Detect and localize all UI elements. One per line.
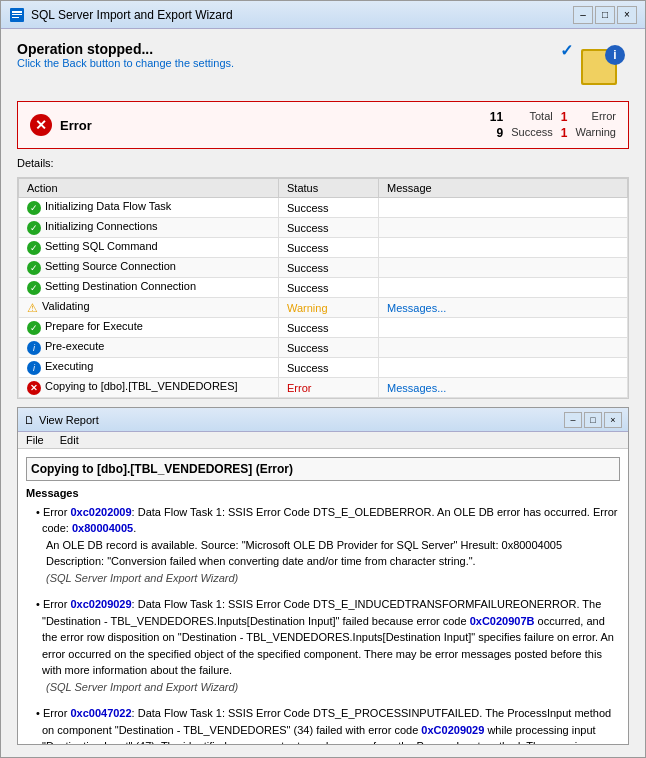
message-cell: [379, 218, 628, 238]
maximize-button[interactable]: □: [595, 6, 615, 24]
message-link[interactable]: Messages...: [387, 302, 446, 314]
minimize-button[interactable]: –: [573, 6, 593, 24]
action-text: Initializing Connections: [45, 220, 158, 232]
table-row: iExecuting Success: [19, 358, 628, 378]
table-row: ✓Setting SQL Command Success: [19, 238, 628, 258]
success-icon: ✓: [27, 321, 41, 335]
error-bullet: • Error 0xc0202009: Data Flow Task 1: SS…: [30, 504, 620, 537]
stats-grid: 11 Total 1 Error 9 Success 1 Warning: [490, 110, 616, 140]
details-table: Action Status Message ✓Initializing Data…: [18, 178, 628, 398]
message-link[interactable]: Messages...: [387, 382, 446, 394]
message-cell: Messages...: [379, 298, 628, 318]
sub-content[interactable]: Copying to [dbo].[TBL_VENDEDORES] (Error…: [18, 449, 628, 744]
table-row: ✓Initializing Connections Success: [19, 218, 628, 238]
action-text: Initializing Data Flow Task: [45, 200, 171, 212]
operation-subtitle[interactable]: Click the Back button to change the sett…: [17, 57, 234, 69]
action-cell: ✓Setting Destination Connection: [19, 278, 279, 298]
message-cell: [379, 338, 628, 358]
warning-num: 1: [561, 126, 568, 140]
action-cell: ⚠Validating: [19, 298, 279, 318]
action-cell: ✓Initializing Connections: [19, 218, 279, 238]
operation-title: Operation stopped...: [17, 41, 234, 57]
message-cell: [379, 278, 628, 298]
success-icon: ✓: [27, 261, 41, 275]
success-icon: ✓: [27, 221, 41, 235]
report-section-title: Messages: [26, 485, 620, 502]
error-bullet: • Error 0xc0209029: Data Flow Task 1: SS…: [30, 596, 620, 679]
error-box: ✕ Error 11 Total 1 Error 9 Success 1 War…: [17, 101, 629, 149]
wizard-graphic: i: [577, 41, 629, 93]
table-row: ✓Prepare for Execute Success: [19, 318, 628, 338]
sub-window-icon: 🗋: [24, 414, 35, 426]
status-cell: Warning: [279, 298, 379, 318]
error-code: 0xc0209029: [70, 598, 131, 610]
message-cell: [379, 358, 628, 378]
info-icon: i: [27, 361, 41, 375]
table-row: iPre-execute Success: [19, 338, 628, 358]
window-controls: – □ ×: [573, 6, 637, 24]
status-cell: Success: [279, 238, 379, 258]
sub-close-button[interactable]: ×: [604, 412, 622, 428]
sub-minimize-button[interactable]: –: [564, 412, 582, 428]
success-icon: ✓: [27, 281, 41, 295]
window-icon: [9, 7, 25, 23]
svg-rect-3: [12, 17, 19, 18]
action-cell: ✓Setting SQL Command: [19, 238, 279, 258]
report-item: • Error 0xc0047022: Data Flow Task 1: SS…: [26, 705, 620, 744]
main-window: SQL Server Import and Export Wizard – □ …: [0, 0, 646, 758]
svg-rect-1: [12, 11, 22, 13]
action-cell: iExecuting: [19, 358, 279, 378]
details-label: Details:: [17, 157, 629, 169]
sub-menu-bar: File Edit: [18, 432, 628, 449]
main-content: Operation stopped... Click the Back butt…: [1, 29, 645, 757]
error-box-left: ✕ Error: [30, 114, 92, 136]
window-title: SQL Server Import and Export Wizard: [31, 8, 573, 22]
sub-title-bar: 🗋 View Report – □ ×: [18, 408, 628, 432]
info-icon: i: [27, 341, 41, 355]
status-cell: Success: [279, 258, 379, 278]
report-item: • Error 0xc0209029: Data Flow Task 1: SS…: [26, 596, 620, 695]
report-title: Copying to [dbo].[TBL_VENDEDORES] (Error…: [26, 457, 620, 481]
error-bullet: • Error 0xc0047022: Data Flow Task 1: SS…: [30, 705, 620, 744]
error-code: 0xc0047022: [70, 707, 131, 719]
action-cell: ✓Setting Source Connection: [19, 258, 279, 278]
success-num: 9: [490, 126, 503, 140]
message-cell: [379, 198, 628, 218]
action-text: Setting SQL Command: [45, 240, 158, 252]
message-cell: [379, 318, 628, 338]
menu-edit[interactable]: Edit: [60, 434, 79, 446]
action-text: Executing: [45, 360, 93, 372]
status-cell: Success: [279, 278, 379, 298]
table-row: ⚠Validating Warning Messages...: [19, 298, 628, 318]
error-label: Error: [60, 118, 92, 133]
header-left: Operation stopped... Click the Back butt…: [17, 41, 234, 69]
error-code: 0xc0202009: [70, 506, 131, 518]
error-stat-label: Error: [575, 110, 616, 124]
error-source: (SQL Server Import and Export Wizard): [30, 679, 620, 696]
error-row-icon: ✕: [27, 381, 41, 395]
sub-maximize-button[interactable]: □: [584, 412, 602, 428]
status-cell: Success: [279, 338, 379, 358]
close-button[interactable]: ×: [617, 6, 637, 24]
warning-label: Warning: [575, 126, 616, 140]
error-code: 0xC0209029: [421, 724, 484, 736]
success-icon: ✓: [27, 241, 41, 255]
error-circle-icon: ✕: [30, 114, 52, 136]
total-num: 11: [490, 110, 503, 124]
message-cell: [379, 238, 628, 258]
action-cell: iPre-execute: [19, 338, 279, 358]
action-cell: ✓Prepare for Execute: [19, 318, 279, 338]
error-code: 0xC020907B: [470, 615, 535, 627]
title-bar: SQL Server Import and Export Wizard – □ …: [1, 1, 645, 29]
status-cell: Error: [279, 378, 379, 398]
error-num: 1: [561, 110, 568, 124]
action-cell: ✕Copying to [dbo].[TBL_VENDEDORES]: [19, 378, 279, 398]
status-cell: Success: [279, 318, 379, 338]
table-row: ✓Initializing Data Flow Task Success: [19, 198, 628, 218]
menu-file[interactable]: File: [26, 434, 44, 446]
error-code: 0x80004005: [72, 522, 133, 534]
error-details: An OLE DB record is available. Source: "…: [30, 537, 620, 570]
action-text: Pre-execute: [45, 340, 104, 352]
table-container: Action Status Message ✓Initializing Data…: [17, 177, 629, 399]
message-cell: [379, 258, 628, 278]
